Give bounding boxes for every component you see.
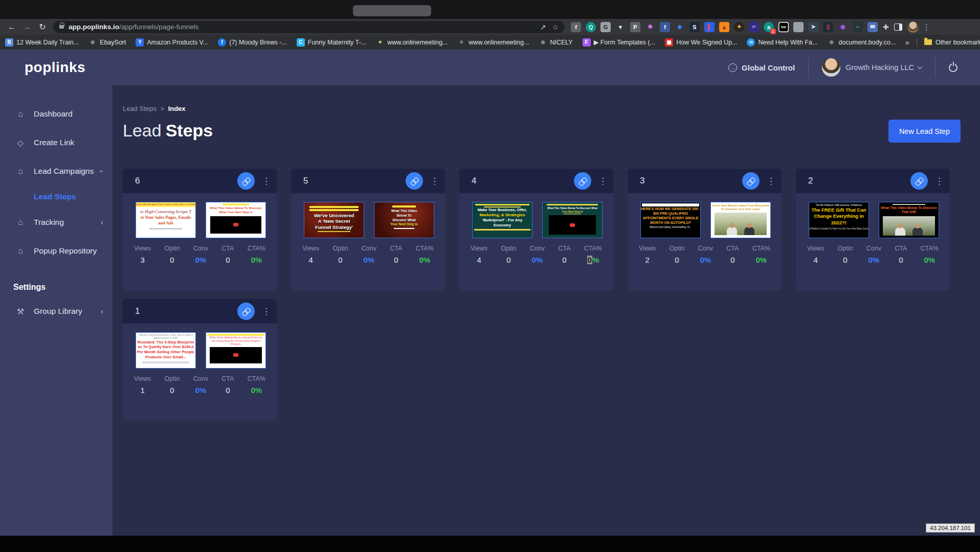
status-ip-tooltip: 43.204.187.101 [926,523,975,533]
copy-link-button[interactable] [237,172,255,190]
global-control-button[interactable]: → Global Control [728,63,795,72]
breadcrumb-parent[interactable]: Lead Steps [123,105,157,112]
bookmark-item[interactable]: YAmazon Products V... [136,38,208,47]
card-menu-icon[interactable]: ⋮ [262,306,271,317]
app-header: poplinks → Global Control Growth Hacking… [0,50,980,85]
share-icon[interactable]: ↗ [540,23,546,31]
bookmark-item[interactable]: ▦How We Signed Up... [665,38,737,47]
b-favicon: B [5,38,13,47]
ext-blue-red-icon[interactable]: ▌ [704,22,715,32]
bookmark-item[interactable]: ⊕document.body.co... [827,38,896,47]
thumb-line: What This Video Below To Discover What [543,206,602,210]
ext-ip-icon[interactable]: iP [749,22,759,32]
two-men-photo [715,213,767,235]
bookmark-item[interactable]: ⊕EbaySort [88,38,126,47]
copy-link-button[interactable] [574,172,591,190]
app-logo[interactable]: poplinks [25,59,85,76]
ext-red-phone-icon[interactable]: ▯ [823,22,833,32]
bookmark-item[interactable]: ⊕NICELY [539,38,572,47]
bookmarks-overflow-chevron[interactable]: » [905,38,909,47]
page-thumbnail[interactable]: What This Video Below To Discover That G… [879,202,939,238]
bookmark-item[interactable]: F▶ Form Templates (... [583,38,656,47]
logout-power-button[interactable] [949,63,957,72]
ext-grey-g-icon[interactable]: G [600,22,611,32]
browser-menu-icon[interactable]: ⋮ [923,22,930,32]
page-thumbnail[interactable]: While You're Waiting Here's a Sneak Peek… [206,332,266,369]
sidebar-item-lead-steps-active[interactable]: Lead Steps [0,186,113,208]
browser-tab[interactable] [353,5,431,16]
ext-facebook-grey-icon[interactable]: f [571,22,581,32]
bookmark-item[interactable]: B12 Week Daily Train... [5,38,79,47]
page-thumbnail[interactable]: You're Just Minutes Away From Being Able… [710,202,771,238]
card-menu-icon[interactable]: ⋮ [935,176,944,187]
back-button[interactable]: ← [4,22,19,32]
bookmark-item[interactable]: ✦www.onlinemeeting... [376,38,448,47]
copy-link-button[interactable] [406,172,423,190]
stat-value-ctapct: 0% [752,256,770,264]
ext-code-icon[interactable]: ‹› [853,22,863,32]
thumb-line: Change Everything in [809,213,868,219]
ext-teal-a-icon[interactable]: a1 [764,22,774,32]
ext-purple-icon[interactable]: ◉ [838,22,848,32]
page-thumbnail[interactable]: Attention: Anyone that wants to start, g… [136,332,196,369]
page-thumbnail[interactable]: What This Video Below To Discover What Y… [206,202,266,238]
bookmark-item[interactable]: f(7) Moody Brews -... [218,38,287,47]
copy-link-button[interactable] [742,172,760,190]
extensions-puzzle-icon[interactable]: ✚ [883,23,889,31]
ext-oo-icon[interactable]: oo [778,22,789,32]
reload-button[interactable]: ↻ [35,22,50,32]
page-thumbnail[interactable]: Make Your Business, Offer, Marketing, & … [472,202,532,238]
sidebar: ⌂ Dashboard ◇ Create Link ⌂ Lead Campaig… [0,85,113,536]
page-thumbnail[interactable]: The 80.3 Method: ONE Good Ad. 3 Platform… [809,202,869,238]
page-thumbnail[interactable]: Especially Designed For Coaches And Cour… [136,202,196,238]
card-menu-icon[interactable]: ⋮ [262,176,271,187]
sidebar-item-dashboard[interactable]: ⌂ Dashboard [0,100,113,128]
page-thumbnail[interactable]: HERE'S HOW WE GENERATE 500 - 800 PRE-QUA… [640,202,701,238]
ext-flower-icon[interactable]: ✻ [645,22,655,32]
copy-link-button[interactable] [237,303,255,320]
bookmark-item[interactable]: ✳www.onlinemeeting... [457,38,529,47]
ext-grey-rect-icon[interactable] [793,22,804,32]
card-menu-icon[interactable]: ⋮ [598,176,607,187]
thumb-line: Your Next Step Is [543,210,602,214]
copy-link-button[interactable] [910,172,928,190]
chevron-left-icon: ‹ [101,307,103,315]
bookmark-item[interactable]: CFunny Maternity T-... [297,38,366,47]
forward-button[interactable]: → [19,22,35,32]
ext-gem-icon[interactable]: ◆ [675,22,685,32]
ext-fox-icon[interactable]: ▲ [719,22,729,32]
thumb-line: Products [206,342,265,346]
page-thumbnail[interactable]: What This VideoBelow ToDiscover WhatYour… [374,202,434,238]
browser-toolbar: ← → ↻ app.poplinks.io /app/funnels/page-… [0,19,980,35]
ext-gold-emblem-icon[interactable]: ✦ [734,22,744,32]
sidebar-item-lead-campaigns[interactable]: ⌂ Lead Campaigns › [0,157,113,186]
bookmark-star-icon[interactable]: ☆ [552,23,559,31]
stat-label: Optin [165,375,180,382]
side-panel-icon[interactable] [894,24,902,31]
page-thumbnail[interactable]: What This Video Below To Discover What Y… [542,202,603,238]
sidebar-item-tracking[interactable]: ⌂ Tracking ‹ [0,208,113,237]
card-menu-icon[interactable]: ⋮ [430,176,439,187]
new-lead-step-button[interactable]: New Lead Step [888,120,961,143]
sidebar-label: Dashboard [34,109,73,119]
url-bar[interactable]: app.poplinks.io /app/funnels/page-funnel… [53,21,565,33]
stat-label: CTA% [752,245,770,252]
page-thumbnail[interactable]: We've UncoveredA 'New SecretFunnel Strat… [304,202,364,238]
sidebar-item-group-library[interactable]: ⚒ Group Library ‹ [0,297,113,326]
ext-teal-q-icon[interactable]: Q [586,22,596,32]
bookmark-item[interactable]: IDNeed Help With Fa... [747,38,817,47]
account-menu[interactable]: Growth Hacking LLC [822,58,922,77]
ext-s-icon[interactable]: S [689,22,700,32]
ext-cursor-icon[interactable]: ➤ [808,22,818,32]
ext-funnel-icon[interactable]: ▼ [615,22,626,32]
browser-profile-avatar[interactable] [907,21,919,33]
card-menu-icon[interactable]: ⋮ [767,176,775,187]
sidebar-item-create-link[interactable]: ◇ Create Link [0,128,113,157]
y-favicon: Y [136,38,144,47]
stat-value-conv: 0% [866,256,881,264]
sidebar-item-popup-repository[interactable]: ⌂ Popup Repository [0,237,113,265]
ext-mail-icon[interactable]: ✉ [867,22,878,32]
ext-p-icon[interactable]: P [630,22,640,32]
other-bookmarks[interactable]: Other bookmarks [936,39,980,46]
ext-facebook-blue-icon[interactable]: f [660,22,670,32]
